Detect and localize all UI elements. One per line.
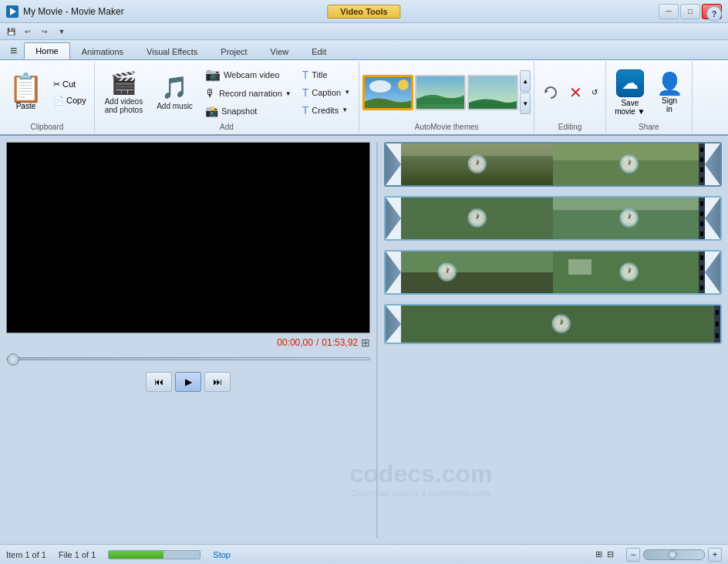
delete-button[interactable]: ✕ <box>564 81 587 104</box>
main-content: 00:00,00 / 01:53,92 ⊞ ⏮ ▶ ⏭ <box>0 136 728 544</box>
rotate-left-button[interactable] <box>539 81 562 104</box>
webcam-icon: 📷 <box>205 67 221 82</box>
record-narration-button[interactable]: 🎙 Record narration ▼ <box>201 85 295 102</box>
tab-view[interactable]: View <box>259 43 301 59</box>
stop-button[interactable]: Stop <box>213 550 231 559</box>
copy-icon: 📄 <box>53 96 64 106</box>
add-content: 🎬 Add videosand photos 🎵 Add music 📷 Web… <box>99 63 354 121</box>
strip-1-frame-2: 🕐 <box>553 144 705 185</box>
time-total: 01:53,92 <box>322 337 358 348</box>
cut-button[interactable]: ✂ Cut <box>50 77 89 92</box>
status-icons: ⊞ ⊟ <box>595 549 614 559</box>
strip-2-arrow-left <box>386 198 401 239</box>
strip-4-arrow-left <box>386 306 401 343</box>
title-button[interactable]: T Title <box>298 66 354 83</box>
timeline-strip-1[interactable]: 🕐 🕐 <box>384 142 722 187</box>
rotate-left-text-button[interactable]: ↺ <box>588 86 601 99</box>
qa-undo-button[interactable]: ↩ <box>20 25 35 39</box>
seek-thumb[interactable] <box>7 353 19 366</box>
paste-icon: 📋 <box>8 74 43 102</box>
theme-scroll-controls: ▲ ▼ <box>520 70 531 114</box>
theme-thumb-1[interactable] <box>362 75 413 110</box>
zoom-thumb[interactable] <box>668 550 677 559</box>
theme-thumb-3[interactable] <box>467 75 518 110</box>
timeline-strip-2[interactable]: 🕐 🕐 <box>384 196 722 241</box>
add-secondary: 📷 Webcam video 🎙 Record narration ▼ 📸 Sn… <box>201 65 295 120</box>
strip-4-clock-1: 🕐 <box>551 314 571 334</box>
time-expand-button[interactable]: ⊞ <box>361 336 370 349</box>
add-music-icon: 🎵 <box>161 75 188 100</box>
tab-home[interactable]: Home <box>24 42 69 59</box>
timeline-strip-4[interactable]: 🕐 <box>384 304 722 344</box>
play-button[interactable]: ▶ <box>175 372 201 392</box>
save-movie-button[interactable]: ☁ Savemovie ▼ <box>611 66 649 119</box>
tab-animations[interactable]: Animations <box>70 43 135 59</box>
tab-application-menu[interactable]: ≡ <box>3 42 24 59</box>
webcam-video-button[interactable]: 📷 Webcam video <box>201 65 295 84</box>
status-icon-2[interactable]: ⊟ <box>607 549 614 559</box>
zoom-in-button[interactable]: + <box>708 548 722 562</box>
editing-group: ✕ ↺ Editing <box>534 62 606 133</box>
theme-scroll-dropdown[interactable]: ▼ <box>520 93 531 114</box>
caption-button[interactable]: T Caption ▼ <box>298 84 354 101</box>
strip-2-film-perf <box>699 198 705 239</box>
help-button[interactable]: ? <box>706 6 722 22</box>
strip-2-clock-1: 🕐 <box>467 208 487 228</box>
person-icon: 👤 <box>656 71 683 96</box>
narration-dropdown-icon: ▼ <box>285 90 292 97</box>
strip-1-arrow-right <box>705 144 720 185</box>
theme-thumbnails <box>362 75 518 110</box>
next-frame-button[interactable]: ⏭ <box>204 372 231 392</box>
file-count: File 1 of 1 <box>59 550 96 559</box>
seek-bar[interactable] <box>6 357 370 360</box>
status-bar: Item 1 of 1 File 1 of 1 Stop ⊞ ⊟ − + <box>0 544 728 564</box>
tab-project[interactable]: Project <box>209 43 258 59</box>
svg-rect-17 <box>401 272 553 293</box>
snapshot-button[interactable]: 📸 Snapshot <box>201 103 295 120</box>
strip-3-frame-1: 🕐 <box>401 252 553 293</box>
status-icon-1[interactable]: ⊞ <box>595 549 602 559</box>
snapshot-icon: 📸 <box>205 105 218 117</box>
zoom-out-button[interactable]: − <box>626 548 640 562</box>
item-count: Item 1 of 1 <box>6 550 46 559</box>
maximize-button[interactable]: □ <box>680 4 700 19</box>
add-videos-button[interactable]: 🎬 Add videosand photos <box>99 67 149 117</box>
zoom-slider[interactable] <box>643 549 705 560</box>
qa-dropdown-button[interactable]: ▼ <box>54 25 69 39</box>
theme-thumb-2[interactable] <box>415 75 466 110</box>
sign-in-button[interactable]: 👤 Signin <box>652 68 687 117</box>
svg-point-4 <box>398 79 409 90</box>
theme-scroll-up[interactable]: ▲ <box>520 70 531 92</box>
tab-visual-effects[interactable]: Visual Effects <box>135 43 209 59</box>
qa-redo-button[interactable]: ↪ <box>37 25 52 39</box>
strip-1-film-perf <box>699 144 705 185</box>
time-current: 00:00,00 <box>277 337 313 348</box>
add-label: Add <box>220 121 234 131</box>
qa-save-button[interactable]: 💾 <box>3 25 19 39</box>
paste-button[interactable]: 📋 Paste <box>5 72 47 113</box>
timeline-strip-3[interactable]: 🕐 🕐 <box>384 250 722 295</box>
add-group: 🎬 Add videosand photos 🎵 Add music 📷 Web… <box>95 62 359 133</box>
video-tools-badge: Video Tools <box>327 5 400 19</box>
strip-3-content: 🕐 🕐 <box>401 252 705 293</box>
strip-3-arrow-left <box>386 252 401 293</box>
time-display: 00:00,00 / 01:53,92 ⊞ <box>6 336 370 349</box>
editing-options: ↺ <box>588 86 601 99</box>
share-content: ☁ Savemovie ▼ 👤 Signin <box>611 63 686 121</box>
copy-button[interactable]: 📄 Copy <box>50 93 89 108</box>
strip-4-film-perf <box>714 306 720 343</box>
credits-button[interactable]: T Credits ▼ <box>298 102 354 119</box>
minimize-button[interactable]: ─ <box>659 4 679 19</box>
credits-icon: T <box>302 104 309 117</box>
caption-dropdown-icon: ▼ <box>344 89 350 96</box>
prev-frame-button[interactable]: ⏮ <box>146 372 172 392</box>
svg-rect-19 <box>568 259 592 275</box>
strip-3-clock-1: 🕐 <box>436 262 457 282</box>
add-music-button[interactable]: 🎵 Add music <box>151 72 198 113</box>
editing-content: ✕ ↺ <box>539 63 601 121</box>
progress-fill <box>109 551 163 559</box>
seek-bar-container[interactable] <box>6 352 370 366</box>
app-icon <box>6 5 19 18</box>
tab-edit[interactable]: Edit <box>300 43 338 59</box>
play-icon: ▶ <box>185 377 192 387</box>
